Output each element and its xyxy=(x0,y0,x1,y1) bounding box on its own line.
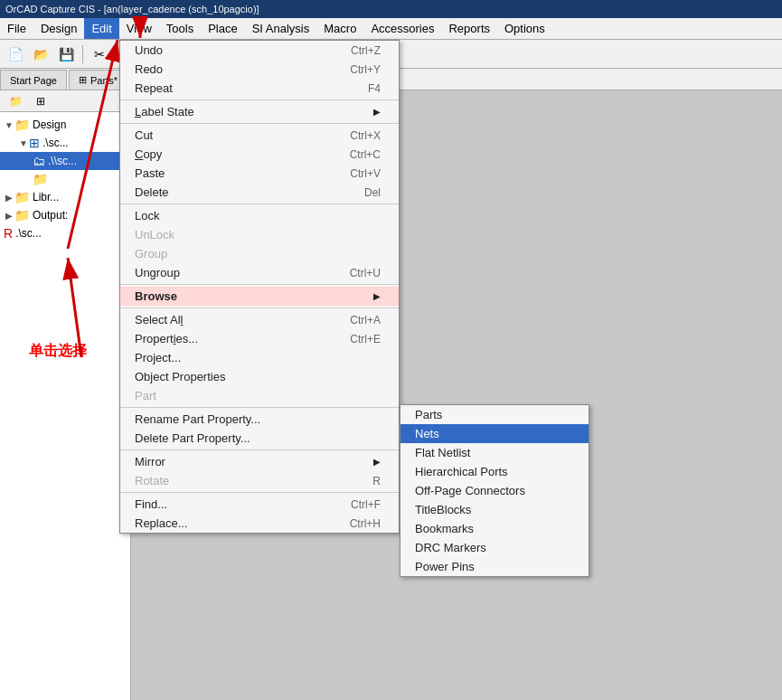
submenu-hierarchical-ports[interactable]: Hierarchical Ports xyxy=(400,462,589,481)
submenu-drc-markers[interactable]: DRC Markers xyxy=(400,538,589,557)
menu-reports[interactable]: Reports xyxy=(441,18,497,39)
properties-label: Properties... xyxy=(135,332,198,345)
menu-options[interactable]: Options xyxy=(497,18,552,39)
tree-area: ▼ 📁 Design ▼ ⊞ .\sc... 🗂 .\\sc... 📁 ▶ xyxy=(0,112,130,246)
submenu-parts-label: Parts xyxy=(415,408,442,421)
menu-edit-rotate[interactable]: Rotate R xyxy=(120,471,399,490)
menu-edit-delete-part-prop[interactable]: Delete Part Property... xyxy=(120,429,399,448)
toolbar-cut[interactable]: ✂ xyxy=(88,43,111,65)
tree-sch-sub-icon: 🗂 xyxy=(33,154,45,168)
toolbar-sep-1 xyxy=(82,45,83,63)
cut-shortcut: Ctrl+X xyxy=(350,129,381,142)
tree-item-sch[interactable]: ▼ ⊞ .\sc... xyxy=(0,134,130,152)
rotate-shortcut: R xyxy=(372,475,381,487)
menu-edit-delete[interactable]: Delete Del xyxy=(120,183,399,202)
paste-shortcut: Ctrl+V xyxy=(350,167,381,180)
submenu-hierarchical-ports-label: Hierarchical Ports xyxy=(415,465,508,478)
submenu-flat-netlist[interactable]: Flat Netlist xyxy=(400,443,589,462)
find-label: Find... xyxy=(135,497,167,511)
menu-edit-browse[interactable]: Browse ▶ xyxy=(120,287,399,306)
submenu-nets-label: Nets xyxy=(415,427,439,440)
sep-6 xyxy=(120,407,399,408)
menu-edit-repeat[interactable]: Repeat F4 xyxy=(120,79,399,98)
tree-item-sch-sub[interactable]: 🗂 .\\sc... xyxy=(0,152,130,170)
menu-edit-undo[interactable]: Undo Ctrl+Z xyxy=(120,41,399,60)
menu-file[interactable]: File xyxy=(0,18,33,39)
sidebar-toolbar: 📁 ⊞ xyxy=(0,90,130,112)
sidebar: 📁 ⊞ ▼ 📁 Design ▼ ⊞ .\sc... 🗂 .\\sc... xyxy=(0,90,131,700)
toolbar-new[interactable]: 📄 xyxy=(4,43,27,65)
object-properties-label: Object Properties xyxy=(135,370,225,383)
menu-edit-mirror[interactable]: Mirror ▶ xyxy=(120,452,399,471)
tree-label-design: Design xyxy=(33,118,66,131)
tree-expander-lib: ▶ xyxy=(4,193,14,203)
tree-item-outputs[interactable]: ▶ 📁 Output: xyxy=(0,206,130,224)
menu-tools[interactable]: Tools xyxy=(159,18,201,39)
sidebar-file-icon[interactable]: 📁 xyxy=(4,90,27,112)
properties-shortcut: Ctrl+E xyxy=(350,333,381,345)
sidebar-hierarchy-icon[interactable]: ⊞ xyxy=(29,90,52,112)
sep-1 xyxy=(120,99,399,100)
tree-label-sch: .\sc... xyxy=(42,137,69,149)
menu-edit-object-properties[interactable]: Object Properties xyxy=(120,367,399,386)
menu-edit-copy[interactable]: Copy Ctrl+C xyxy=(120,145,399,164)
menu-bar: File Design Edit View Tools Place SI Ana… xyxy=(0,18,782,40)
menu-design[interactable]: Design xyxy=(33,18,84,39)
menu-macro[interactable]: Macro xyxy=(316,18,363,39)
menu-edit-redo[interactable]: Redo Ctrl+Y xyxy=(120,60,399,79)
submenu-off-page-connectors[interactable]: Off-Page Connectors xyxy=(400,481,589,500)
submenu-parts[interactable]: Parts xyxy=(400,405,589,424)
menu-edit-rename-part-prop[interactable]: Rename Part Property... xyxy=(120,410,399,429)
group-label: Group xyxy=(135,247,167,260)
tree-label-sch-sub: .\\sc... xyxy=(48,155,77,167)
tree-folder-icon-lib: 📁 xyxy=(14,190,30,204)
menu-edit-find[interactable]: Find... Ctrl+F xyxy=(120,495,399,514)
menu-edit-part[interactable]: Part xyxy=(120,386,399,405)
submenu-title-blocks-label: TitleBlocks xyxy=(415,503,471,516)
menu-place[interactable]: Place xyxy=(201,18,245,39)
find-shortcut: Ctrl+F xyxy=(351,498,381,511)
tree-item-folder-extra[interactable]: 📁 xyxy=(0,170,130,188)
menu-edit-label-state[interactable]: Label State ▶ xyxy=(120,102,399,121)
submenu-nets[interactable]: Nets xyxy=(400,424,589,443)
menu-edit-project[interactable]: Project... xyxy=(120,348,399,367)
menu-edit-replace[interactable]: Replace... Ctrl+H xyxy=(120,514,399,533)
edit-dropdown-menu: Undo Ctrl+Z Redo Ctrl+Y Repeat F4 Label … xyxy=(119,40,400,534)
menu-edit[interactable]: Edit xyxy=(84,18,118,39)
menu-edit-paste[interactable]: Paste Ctrl+V xyxy=(120,164,399,183)
menu-edit-lock[interactable]: Lock xyxy=(120,206,399,225)
redo-shortcut: Ctrl+Y xyxy=(350,63,381,76)
toolbar-open[interactable]: 📂 xyxy=(29,43,52,65)
replace-shortcut: Ctrl+H xyxy=(350,517,381,530)
menu-edit-ungroup[interactable]: Ungroup Ctrl+U xyxy=(120,263,399,282)
submenu-power-pins[interactable]: Power Pins xyxy=(400,557,589,576)
select-all-shortcut: Ctrl+A xyxy=(350,314,381,326)
submenu-bookmarks-label: Bookmarks xyxy=(415,522,474,535)
toolbar-save[interactable]: 💾 xyxy=(54,43,78,65)
tree-item-design[interactable]: ▼ 📁 Design xyxy=(0,116,130,134)
menu-view[interactable]: View xyxy=(119,18,159,39)
submenu-title-blocks[interactable]: TitleBlocks xyxy=(400,500,589,519)
ungroup-shortcut: Ctrl+U xyxy=(350,267,381,279)
submenu-bookmarks[interactable]: Bookmarks xyxy=(400,519,589,538)
menu-edit-unlock[interactable]: UnLock xyxy=(120,225,399,244)
menu-accessories[interactable]: Accessories xyxy=(363,18,441,39)
replace-label: Replace... xyxy=(135,516,188,530)
tree-item-lib[interactable]: ▶ 📁 Libr... xyxy=(0,188,130,206)
submenu-off-page-connectors-label: Off-Page Connectors xyxy=(415,484,525,497)
menu-si-analysis[interactable]: SI Analysis xyxy=(245,18,317,39)
submenu-flat-netlist-label: Flat Netlist xyxy=(415,446,470,459)
unlock-label: UnLock xyxy=(135,228,174,241)
delete-label: Delete xyxy=(135,185,169,199)
tab-start-page[interactable]: Start Page xyxy=(0,70,67,90)
menu-edit-properties[interactable]: Properties... Ctrl+E xyxy=(120,329,399,348)
sep-4 xyxy=(120,284,399,285)
paste-label: Paste xyxy=(135,166,165,180)
tree-item-sch2[interactable]: R .\sc... xyxy=(0,224,130,242)
tree-expander-outputs: ▶ xyxy=(4,211,14,221)
ungroup-label: Ungroup xyxy=(135,266,180,279)
sep-5 xyxy=(120,307,399,308)
menu-edit-select-all[interactable]: Select All Ctrl+A xyxy=(120,310,399,329)
menu-edit-cut[interactable]: Cut Ctrl+X xyxy=(120,126,399,145)
menu-edit-group[interactable]: Group xyxy=(120,244,399,263)
